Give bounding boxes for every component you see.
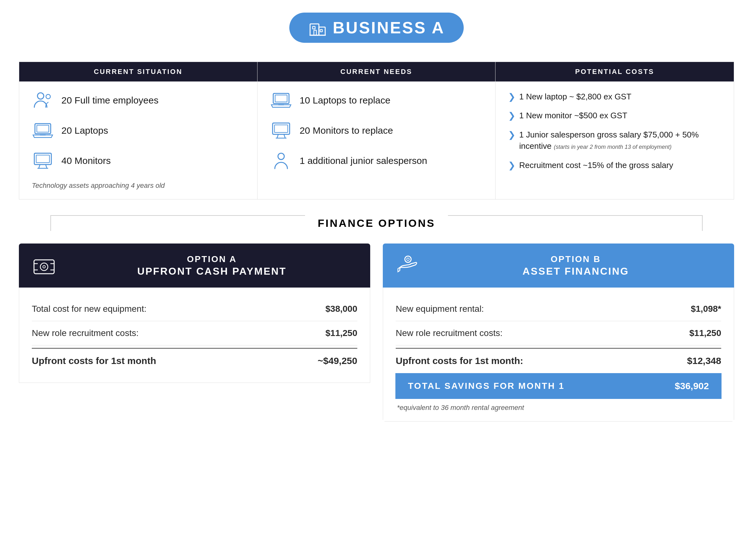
potential-costs-body: ❯ 1 New laptop ~ $2,800 ex GST ❯ 1 New m… [496, 81, 734, 188]
option-b-footnote: *equivalent to 36 month rental agreement [396, 404, 721, 412]
option-a-row-2: New role recruitment costs: $11,250 [32, 321, 357, 345]
option-a-label: OPTION A [66, 254, 358, 264]
option-b-total-value: $12,348 [687, 356, 721, 366]
list-item: 1 additional junior salesperson [270, 151, 483, 170]
potential-costs-header: POTENTIAL COSTS [496, 62, 734, 81]
svg-point-6 [37, 93, 44, 99]
situation-note: Technology assets approaching 4 years ol… [32, 182, 245, 190]
list-item: 40 Monitors [32, 151, 245, 170]
list-item: ❯ 1 New laptop ~ $2,800 ex GST [508, 91, 721, 102]
monitors-need-label: 20 Monitors to replace [300, 125, 393, 136]
employees-label: 20 Full time employees [61, 95, 158, 106]
option-b-header: OPTION B ASSET FINANCING [383, 243, 734, 287]
hand-coin-icon [395, 253, 421, 278]
svg-point-26 [40, 263, 48, 271]
finance-options-grid: OPTION A UPFRONT CASH PAYMENT Total cost… [19, 243, 734, 422]
svg-line-14 [46, 164, 47, 168]
finance-header: FINANCE OPTIONS [19, 215, 734, 231]
svg-point-32 [405, 256, 411, 262]
svg-line-22 [284, 134, 285, 138]
option-a-title: OPTION A UPFRONT CASH PAYMENT [66, 254, 358, 277]
svg-line-21 [277, 134, 278, 138]
list-item: 10 Laptops to replace [270, 91, 483, 110]
header-title: BUSINESS A [333, 18, 445, 37]
option-a-body: Total cost for new equipment: $38,000 Ne… [19, 287, 370, 383]
option-a-row2-value: $11,250 [326, 328, 357, 338]
svg-rect-0 [310, 24, 319, 35]
option-b-total-label: Upfront costs for 1st month: [396, 356, 523, 366]
laptops-need-label: 10 Laptops to replace [300, 95, 391, 106]
svg-line-13 [39, 164, 40, 168]
svg-rect-4 [320, 29, 322, 32]
list-item: ❯ Recruitment cost ~15% of the gross sal… [508, 160, 721, 171]
svg-point-33 [407, 258, 409, 260]
svg-rect-3 [314, 30, 316, 35]
list-item: 20 Monitors to replace [270, 121, 483, 140]
option-a-row1-label: Total cost for new equipment: [32, 304, 147, 314]
chevron-icon: ❯ [508, 160, 515, 171]
option-b-total-row: Upfront costs for 1st month: $12,348 [396, 348, 721, 373]
option-a-header: OPTION A UPFRONT CASH PAYMENT [19, 243, 370, 287]
option-a-total-label: Upfront costs for 1st month [32, 356, 156, 366]
option-b-sublabel: ASSET FINANCING [430, 265, 721, 277]
svg-rect-17 [275, 95, 287, 102]
cash-icon [32, 253, 57, 278]
current-needs-body: 10 Laptops to replace 20 Monitors to rep… [257, 81, 496, 191]
cost-salary-note: (starts in year 2 from month 13 of emplo… [554, 144, 672, 150]
svg-point-27 [43, 265, 45, 268]
finance-section: FINANCE OPTIONS OPTI [19, 215, 734, 422]
savings-value: $36,902 [675, 381, 709, 392]
current-situation-header: CURRENT SITUATION [19, 62, 257, 81]
option-b-title: OPTION B ASSET FINANCING [430, 254, 721, 277]
option-b-row2-label: New role recruitment costs: [396, 328, 502, 338]
cost-monitor: 1 New monitor ~$500 ex GST [519, 110, 627, 121]
chevron-icon: ❯ [508, 129, 515, 140]
monitor-replace-icon [270, 121, 292, 140]
option-b-row1-value: $1,098* [691, 304, 721, 314]
laptop-icon [32, 121, 54, 140]
current-situation-col: CURRENT SITUATION 20 Full time employees [19, 62, 257, 199]
current-needs-header: CURRENT NEEDS [257, 62, 496, 81]
finance-title: FINANCE OPTIONS [305, 217, 448, 229]
chevron-icon: ❯ [508, 111, 515, 121]
savings-row: TOTAL SAVINGS FOR MONTH 1 $36,902 [395, 373, 721, 399]
svg-rect-12 [36, 155, 50, 163]
svg-point-24 [278, 153, 284, 160]
option-a-total-value: ~$49,250 [317, 356, 357, 366]
option-a-total-row: Upfront costs for 1st month ~$49,250 [32, 348, 357, 373]
laptops-label: 20 Laptops [61, 125, 108, 136]
chevron-icon: ❯ [508, 92, 515, 102]
option-b-body: New equipment rental: $1,098* New role r… [383, 287, 734, 422]
svg-rect-2 [313, 26, 315, 29]
list-item: ❯ 1 New monitor ~$500 ex GST [508, 110, 721, 121]
info-grid: CURRENT SITUATION 20 Full time employees [19, 62, 734, 199]
monitors-label: 40 Monitors [61, 155, 111, 166]
laptop-replace-icon [270, 91, 292, 110]
list-item: 20 Laptops [32, 121, 245, 140]
option-b-row-1: New equipment rental: $1,098* [396, 297, 721, 321]
svg-rect-20 [274, 125, 288, 133]
option-a-row-1: Total cost for new equipment: $38,000 [32, 297, 357, 321]
list-item: ❯ 1 Junior salesperson gross salary $75,… [508, 129, 721, 152]
potential-costs-col: POTENTIAL COSTS ❯ 1 New laptop ~ $2,800 … [496, 62, 734, 199]
current-needs-col: CURRENT NEEDS 10 Laptops to replace [257, 62, 496, 199]
option-b-card: OPTION B ASSET FINANCING New equipment r… [383, 243, 734, 422]
option-a-card: OPTION A UPFRONT CASH PAYMENT Total cost… [19, 243, 370, 422]
person-icon [270, 151, 292, 170]
option-b-row1-label: New equipment rental: [396, 304, 484, 314]
list-item: 20 Full time employees [32, 91, 245, 110]
option-a-sublabel: UPFRONT CASH PAYMENT [66, 265, 358, 277]
option-b-row2-value: $11,250 [690, 328, 721, 338]
svg-point-7 [46, 94, 50, 99]
monitor-icon [32, 151, 54, 170]
svg-rect-9 [37, 125, 49, 132]
savings-label: TOTAL SAVINGS FOR MONTH 1 [408, 381, 565, 391]
salesperson-need-label: 1 additional junior salesperson [300, 155, 427, 166]
current-situation-body: 20 Full time employees 20 Laptops [19, 81, 257, 199]
option-a-row1-value: $38,000 [326, 304, 357, 314]
people-icon [32, 91, 54, 110]
svg-rect-25 [34, 260, 54, 274]
building-icon [308, 18, 327, 37]
cost-laptop: 1 New laptop ~ $2,800 ex GST [519, 91, 631, 102]
business-header: BUSINESS A [289, 13, 464, 43]
